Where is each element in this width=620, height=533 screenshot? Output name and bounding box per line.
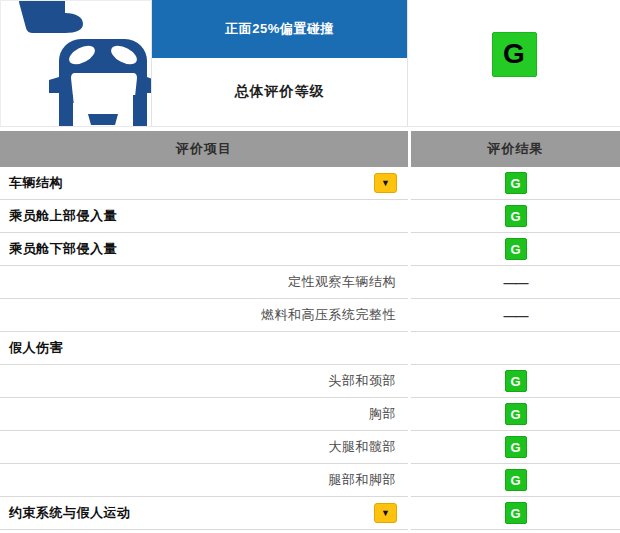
result-cell: G <box>411 233 620 266</box>
result-badge-g: G <box>505 436 527 458</box>
result-cell: G <box>411 497 620 530</box>
item-label: 车辆结构 <box>9 174 63 192</box>
result-cell: G <box>411 200 620 233</box>
offset-crash-icon-cell <box>0 0 152 126</box>
item-cell: 乘员舱上部侵入量 <box>0 200 408 233</box>
table-row: 约束系统与假人运动▼G <box>0 497 620 530</box>
item-cell: 车辆结构▼ <box>0 167 408 200</box>
result-badge-g: G <box>505 403 527 425</box>
result-badge-g: G <box>505 370 527 392</box>
table-row: 车辆结构▼G <box>0 167 620 200</box>
table-header-result: 评价结果 <box>411 131 620 167</box>
item-label: 腿部和脚部 <box>329 471 397 489</box>
result-cell: G <box>411 365 620 398</box>
results-table: 评价项目 评价结果 车辆结构▼G乘员舱上部侵入量G乘员舱下部侵入量G定性观察车辆… <box>0 131 620 530</box>
result-cell <box>411 332 620 365</box>
item-cell: 头部和颈部 <box>0 365 408 398</box>
crash-test-panel: 正面25%偏置碰撞 总体评价等级 G <box>0 0 620 127</box>
result-dash: —— <box>504 275 528 290</box>
table-body: 车辆结构▼G乘员舱上部侵入量G乘员舱下部侵入量G定性观察车辆结构——燃料和高压系… <box>0 167 620 530</box>
table-row: 腿部和脚部G <box>0 464 620 497</box>
chevron-down-icon: ▼ <box>381 179 390 188</box>
overall-grade-label: 总体评价等级 <box>152 58 407 126</box>
result-badge-g: G <box>505 238 527 260</box>
item-label: 大腿和髋部 <box>329 438 397 456</box>
crash-type-column: 正面25%偏置碰撞 总体评价等级 <box>152 0 408 126</box>
item-label: 约束系统与假人运动 <box>9 504 131 522</box>
table-row: 燃料和高压系统完整性—— <box>0 299 620 332</box>
item-cell: 大腿和髋部 <box>0 431 408 464</box>
result-badge-g: G <box>505 502 527 524</box>
result-cell: G <box>411 431 620 464</box>
item-cell: 燃料和高压系统完整性 <box>0 299 408 332</box>
table-row: 假人伤害 <box>0 332 620 365</box>
result-cell: G <box>411 167 620 200</box>
table-row: 大腿和髋部G <box>0 431 620 464</box>
table-header-row: 评价项目 评价结果 <box>0 131 620 167</box>
result-cell: G <box>411 398 620 431</box>
expand-row-button[interactable]: ▼ <box>374 173 397 193</box>
item-cell: 定性观察车辆结构 <box>0 266 408 299</box>
item-label: 胸部 <box>369 405 396 423</box>
result-dash: —— <box>504 308 528 323</box>
overall-grade-cell: G <box>408 0 620 126</box>
chevron-down-icon: ▼ <box>381 509 390 518</box>
item-cell: 胸部 <box>0 398 408 431</box>
item-cell: 乘员舱下部侵入量 <box>0 233 408 266</box>
offset-crash-car-icon <box>1 1 152 126</box>
overall-grade-badge: G <box>492 32 537 77</box>
result-badge-g: G <box>505 469 527 491</box>
expand-row-button[interactable]: ▼ <box>374 503 397 523</box>
item-label: 乘员舱下部侵入量 <box>9 240 117 258</box>
table-row: 定性观察车辆结构—— <box>0 266 620 299</box>
table-row: 乘员舱上部侵入量G <box>0 200 620 233</box>
item-label: 头部和颈部 <box>329 372 397 390</box>
result-badge-g: G <box>505 172 527 194</box>
item-label: 假人伤害 <box>9 339 63 357</box>
result-cell: —— <box>411 266 620 299</box>
table-row: 乘员舱下部侵入量G <box>0 233 620 266</box>
result-cell: —— <box>411 299 620 332</box>
table-header-item: 评价项目 <box>0 131 408 167</box>
crash-type-label: 正面25%偏置碰撞 <box>225 20 334 38</box>
crash-type-banner: 正面25%偏置碰撞 <box>152 0 407 58</box>
item-cell: 假人伤害 <box>0 332 408 365</box>
item-label: 乘员舱上部侵入量 <box>9 207 117 225</box>
item-cell: 腿部和脚部 <box>0 464 408 497</box>
result-cell: G <box>411 464 620 497</box>
table-row: 头部和颈部G <box>0 365 620 398</box>
item-label: 燃料和高压系统完整性 <box>261 306 396 324</box>
result-badge-g: G <box>505 205 527 227</box>
item-cell: 约束系统与假人运动▼ <box>0 497 408 530</box>
table-row: 胸部G <box>0 398 620 431</box>
item-label: 定性观察车辆结构 <box>288 273 396 291</box>
